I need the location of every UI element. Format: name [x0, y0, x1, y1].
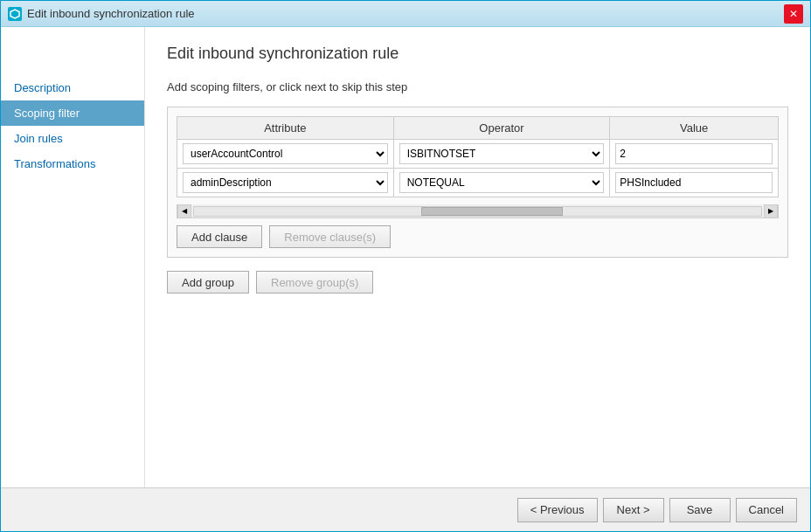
value-input-1[interactable]: [615, 143, 773, 164]
attribute-select-1[interactable]: userAccountControl: [183, 143, 388, 164]
operator-cell-2: NOTEQUAL: [393, 169, 610, 197]
page-title: Edit inbound synchronization rule: [167, 45, 788, 63]
column-header-value: Value: [610, 117, 779, 140]
app-icon: [8, 7, 22, 21]
attribute-cell-1: userAccountControl: [177, 140, 394, 169]
operator-select-1[interactable]: ISBITNOTSET: [399, 143, 605, 164]
value-cell-1: [610, 140, 779, 169]
main-content: Edit inbound synchronization rule Add sc…: [145, 27, 810, 487]
horizontal-scrollbar[interactable]: ◀ ▶: [177, 204, 779, 218]
previous-button[interactable]: < Previous: [517, 498, 598, 522]
next-button[interactable]: Next >: [603, 498, 664, 522]
content-area: Description Scoping filter Join rules Tr…: [1, 27, 810, 487]
clause-buttons: Add clause Remove clause(s): [177, 225, 779, 248]
sidebar-item-transformations[interactable]: Transformations: [1, 151, 144, 176]
group-buttons: Add group Remove group(s): [167, 271, 788, 294]
remove-clause-button[interactable]: Remove clause(s): [269, 225, 391, 248]
add-group-button[interactable]: Add group: [167, 271, 249, 294]
column-header-operator: Operator: [393, 117, 610, 140]
attribute-select-2[interactable]: adminDescription: [183, 172, 388, 193]
table-row: adminDescription NOTEQUAL: [177, 169, 779, 197]
title-bar: Edit inbound synchronization rule ✕: [1, 1, 810, 27]
sidebar: Description Scoping filter Join rules Tr…: [1, 27, 145, 487]
footer: < Previous Next > Save Cancel: [1, 487, 810, 531]
close-button[interactable]: ✕: [784, 4, 803, 24]
filter-table: Attribute Operator Value userAccountCont…: [177, 116, 779, 197]
attribute-cell-2: adminDescription: [177, 169, 394, 197]
operator-cell-1: ISBITNOTSET: [393, 140, 610, 169]
window-title: Edit inbound synchronization rule: [27, 7, 195, 20]
sidebar-item-scoping-filter[interactable]: Scoping filter: [1, 100, 144, 126]
save-button[interactable]: Save: [669, 498, 731, 522]
scroll-thumb: [421, 207, 563, 216]
sidebar-item-description[interactable]: Description: [1, 75, 144, 100]
filter-group: Attribute Operator Value userAccountCont…: [167, 107, 788, 258]
scroll-left-button[interactable]: ◀: [177, 204, 191, 218]
sidebar-item-join-rules[interactable]: Join rules: [1, 126, 144, 151]
title-bar-left: Edit inbound synchronization rule: [8, 7, 195, 21]
scroll-track: [193, 206, 762, 217]
operator-select-2[interactable]: NOTEQUAL: [399, 172, 605, 193]
table-row: userAccountControl ISBITNOTSET: [177, 140, 779, 169]
cancel-button[interactable]: Cancel: [736, 498, 797, 522]
value-input-2[interactable]: [615, 172, 773, 193]
main-window: Edit inbound synchronization rule ✕ Desc…: [0, 0, 811, 532]
svg-marker-0: [10, 10, 19, 18]
section-description: Add scoping filters, or click next to sk…: [167, 80, 788, 93]
remove-group-button[interactable]: Remove group(s): [256, 271, 373, 294]
add-clause-button[interactable]: Add clause: [177, 225, 262, 248]
scroll-right-button[interactable]: ▶: [764, 204, 778, 218]
value-cell-2: [610, 169, 779, 197]
column-header-attribute: Attribute: [177, 117, 394, 140]
